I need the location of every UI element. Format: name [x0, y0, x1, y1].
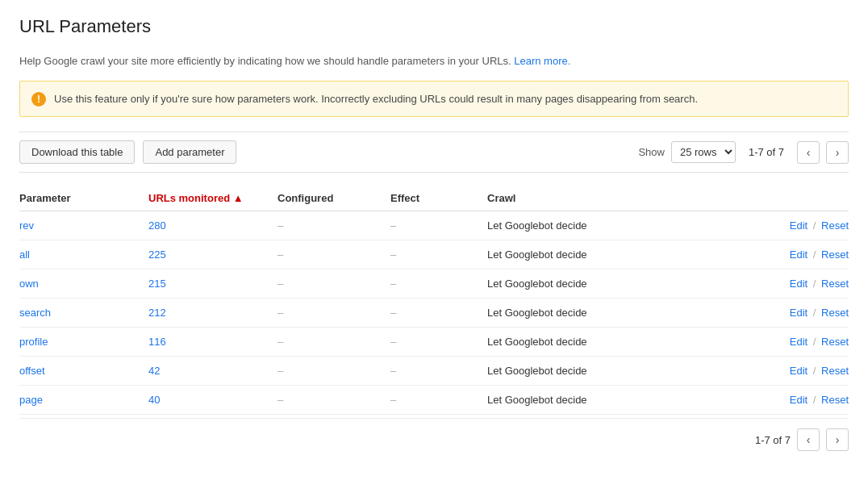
cell-actions: Edit / Reset: [649, 357, 849, 386]
reset-link[interactable]: Reset: [821, 365, 849, 377]
reset-link[interactable]: Reset: [821, 219, 849, 232]
edit-link[interactable]: Edit: [790, 336, 807, 348]
cell-configured: –: [278, 386, 390, 415]
table-row: search212––Let Googlebot decideEdit / Re…: [19, 299, 849, 328]
rows-select[interactable]: 25 rows 10 rows 50 rows: [671, 141, 736, 163]
pagination-info: 1-7 of 7: [749, 146, 784, 158]
col-header-actions: [649, 186, 849, 211]
cell-parameter: search: [19, 299, 148, 328]
warning-icon: !: [31, 92, 46, 106]
table-row: rev280––Let Googlebot decideEdit / Reset: [19, 211, 849, 240]
cell-actions: Edit / Reset: [649, 269, 849, 299]
col-header-urls[interactable]: URLs monitored ▲: [148, 186, 278, 211]
col-header-parameter: Parameter: [19, 186, 148, 211]
bottom-pagination-info: 1-7 of 7: [755, 434, 791, 446]
reset-link[interactable]: Reset: [821, 248, 849, 261]
reset-link[interactable]: Reset: [821, 278, 849, 290]
action-separator: /: [810, 336, 819, 348]
reset-link[interactable]: Reset: [821, 394, 849, 406]
action-separator: /: [810, 365, 819, 377]
edit-link[interactable]: Edit: [790, 248, 807, 261]
cell-urls: 215: [148, 269, 278, 299]
cell-configured: –: [278, 211, 390, 240]
learn-more-link[interactable]: Learn more.: [514, 55, 570, 67]
col-header-effect: Effect: [390, 186, 487, 211]
cell-parameter: all: [19, 240, 148, 269]
cell-actions: Edit / Reset: [649, 386, 849, 415]
cell-configured: –: [278, 357, 390, 386]
page-title: URL Parameters: [19, 16, 849, 37]
parameters-table: Parameter URLs monitored ▲ Configured Ef…: [19, 186, 849, 415]
action-separator: /: [810, 394, 819, 406]
reset-link[interactable]: Reset: [821, 307, 849, 319]
cell-urls: 40: [148, 386, 278, 415]
add-parameter-button[interactable]: Add parameter: [143, 140, 236, 164]
cell-actions: Edit / Reset: [649, 328, 849, 357]
cell-crawl: Let Googlebot decide: [487, 328, 649, 357]
cell-parameter: offset: [19, 357, 148, 386]
cell-configured: –: [278, 328, 390, 357]
table-row: offset42––Let Googlebot decideEdit / Res…: [19, 357, 849, 386]
cell-crawl: Let Googlebot decide: [487, 240, 649, 269]
cell-urls: 116: [148, 328, 278, 357]
next-page-button[interactable]: ›: [826, 141, 849, 164]
cell-urls: 212: [148, 299, 278, 328]
action-separator: /: [810, 248, 819, 261]
download-table-button[interactable]: Download this table: [19, 140, 135, 164]
table-row: own215––Let Googlebot decideEdit / Reset: [19, 269, 849, 299]
cell-effect: –: [390, 240, 487, 269]
cell-configured: –: [278, 269, 390, 299]
cell-parameter: profile: [19, 328, 148, 357]
warning-text: Use this feature only if you're sure how…: [54, 91, 698, 107]
edit-link[interactable]: Edit: [790, 394, 807, 406]
table-row: page40––Let Googlebot decideEdit / Reset: [19, 386, 849, 415]
cell-crawl: Let Googlebot decide: [487, 386, 649, 415]
bottom-prev-page-button[interactable]: ‹: [797, 428, 820, 451]
cell-parameter: rev: [19, 211, 148, 240]
bottom-next-page-button[interactable]: ›: [826, 428, 849, 451]
edit-link[interactable]: Edit: [790, 219, 807, 232]
cell-effect: –: [390, 328, 487, 357]
cell-actions: Edit / Reset: [649, 240, 849, 269]
cell-crawl: Let Googlebot decide: [487, 357, 649, 386]
edit-link[interactable]: Edit: [790, 307, 807, 319]
table-row: profile116––Let Googlebot decideEdit / R…: [19, 328, 849, 357]
col-header-configured: Configured: [278, 186, 390, 211]
cell-effect: –: [390, 269, 487, 299]
toolbar-right: Show 25 rows 10 rows 50 rows 1-7 of 7 ‹ …: [638, 141, 849, 164]
intro-text: Help Google crawl your site more efficie…: [19, 53, 849, 69]
cell-crawl: Let Googlebot decide: [487, 211, 649, 240]
cell-actions: Edit / Reset: [649, 299, 849, 328]
action-separator: /: [810, 278, 819, 290]
prev-page-button[interactable]: ‹: [797, 141, 820, 164]
cell-parameter: own: [19, 269, 148, 299]
cell-parameter: page: [19, 386, 148, 415]
cell-effect: –: [390, 357, 487, 386]
bottom-pagination: 1-7 of 7 ‹ ›: [19, 418, 849, 451]
action-separator: /: [810, 307, 819, 319]
reset-link[interactable]: Reset: [821, 336, 849, 348]
col-header-crawl: Crawl: [487, 186, 649, 211]
toolbar: Download this table Add parameter Show 2…: [19, 132, 849, 173]
cell-configured: –: [278, 299, 390, 328]
show-label: Show: [638, 146, 665, 158]
cell-configured: –: [278, 240, 390, 269]
cell-actions: Edit / Reset: [649, 211, 849, 240]
cell-effect: –: [390, 299, 487, 328]
cell-crawl: Let Googlebot decide: [487, 269, 649, 299]
cell-effect: –: [390, 386, 487, 415]
cell-urls: 225: [148, 240, 278, 269]
table-row: all225––Let Googlebot decideEdit / Reset: [19, 240, 849, 269]
action-separator: /: [810, 219, 819, 232]
cell-urls: 280: [148, 211, 278, 240]
cell-crawl: Let Googlebot decide: [487, 299, 649, 328]
table-header-row: Parameter URLs monitored ▲ Configured Ef…: [19, 186, 849, 211]
toolbar-left: Download this table Add parameter: [19, 140, 638, 164]
edit-link[interactable]: Edit: [790, 365, 807, 377]
cell-urls: 42: [148, 357, 278, 386]
edit-link[interactable]: Edit: [790, 278, 807, 290]
cell-effect: –: [390, 211, 487, 240]
warning-box: ! Use this feature only if you're sure h…: [19, 81, 849, 118]
